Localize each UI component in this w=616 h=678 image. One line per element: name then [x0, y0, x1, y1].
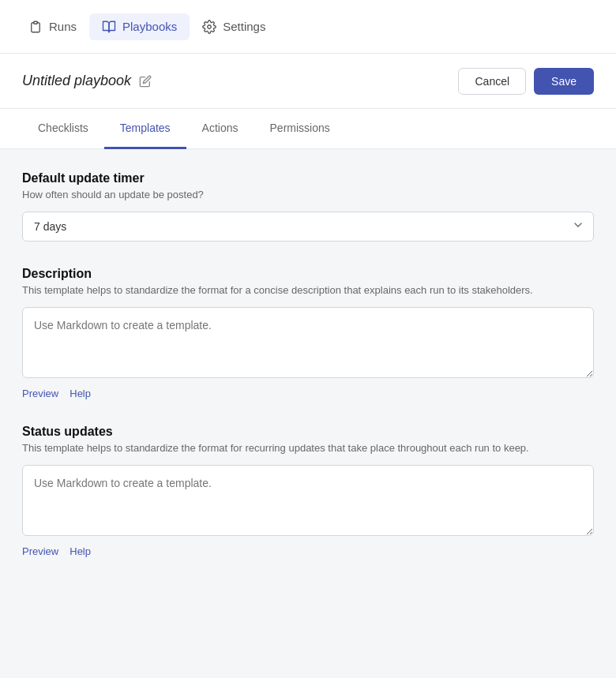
tabs-bar: Checklists Templates Actions Permissions	[0, 109, 616, 149]
nav-playbooks-label: Playbooks	[122, 20, 177, 33]
save-button[interactable]: Save	[534, 68, 594, 95]
description-subtitle: This template helps to standardize the f…	[22, 284, 594, 296]
default-update-timer-subtitle: How often should an update be posted?	[22, 189, 594, 200]
default-update-timer-title: Default update timer	[22, 171, 594, 185]
default-update-timer-section: Default update timer How often should an…	[22, 171, 594, 242]
tab-permissions[interactable]: Permissions	[254, 109, 346, 149]
status-updates-subtitle: This template helps to standardize the f…	[22, 442, 594, 454]
svg-point-1	[208, 24, 212, 28]
book-icon	[102, 20, 116, 34]
description-section: Description This template helps to stand…	[22, 267, 594, 399]
tab-templates[interactable]: Templates	[104, 109, 186, 149]
tab-actions[interactable]: Actions	[186, 109, 254, 149]
description-links: Preview Help	[22, 388, 594, 399]
status-updates-textarea[interactable]	[22, 465, 594, 536]
nav-playbooks[interactable]: Playbooks	[89, 13, 190, 40]
status-updates-title: Status updates	[22, 425, 594, 439]
nav-settings-label: Settings	[223, 20, 265, 33]
svg-rect-0	[34, 21, 38, 24]
description-textarea[interactable]	[22, 307, 594, 378]
cancel-button[interactable]: Cancel	[458, 68, 526, 95]
tab-checklists[interactable]: Checklists	[22, 109, 104, 149]
header-actions: Cancel Save	[458, 68, 594, 95]
description-title: Description	[22, 267, 594, 281]
header-bar: Untitled playbook Cancel Save	[0, 54, 616, 109]
update-timer-dropdown-wrapper: 1 day 2 days 3 days 7 days 14 days 30 da…	[22, 212, 594, 242]
status-updates-preview-link[interactable]: Preview	[22, 545, 58, 557]
gear-icon	[202, 20, 216, 34]
edit-title-button[interactable]	[139, 75, 152, 88]
update-timer-dropdown[interactable]: 1 day 2 days 3 days 7 days 14 days 30 da…	[22, 212, 594, 242]
playbook-title-text: Untitled playbook	[22, 73, 131, 89]
main-content: Default update timer How often should an…	[0, 149, 616, 605]
top-nav: Runs Playbooks Settings	[0, 0, 616, 54]
description-help-link[interactable]: Help	[69, 388, 91, 399]
nav-runs[interactable]: Runs	[16, 13, 89, 40]
pencil-icon	[139, 75, 152, 88]
nav-runs-label: Runs	[49, 20, 77, 33]
description-preview-link[interactable]: Preview	[22, 388, 58, 399]
status-updates-links: Preview Help	[22, 545, 594, 557]
clipboard-icon	[28, 20, 43, 34]
playbook-title-area: Untitled playbook	[22, 73, 152, 89]
status-updates-help-link[interactable]: Help	[69, 545, 91, 557]
status-updates-section: Status updates This template helps to st…	[22, 425, 594, 557]
nav-settings[interactable]: Settings	[190, 13, 278, 40]
